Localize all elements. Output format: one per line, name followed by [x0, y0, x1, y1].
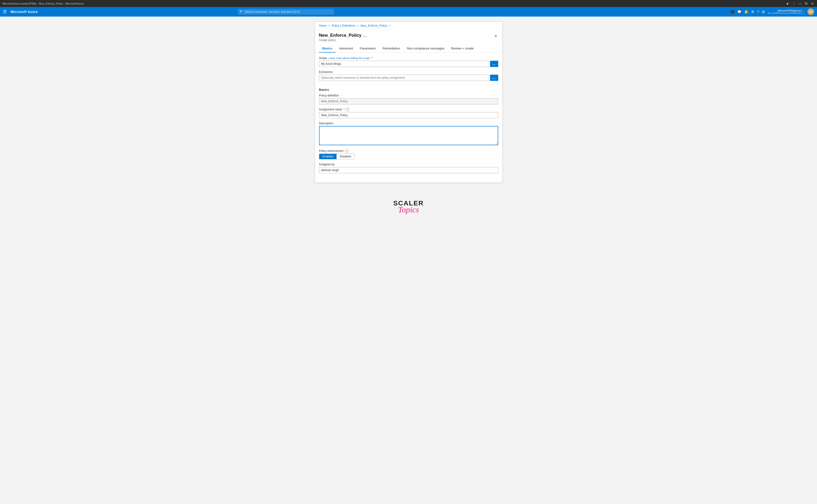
user-subscription: MY AZURE BLOGS (MYPERSONA...) [768, 12, 805, 14]
policy-enforcement-toggle: Enabled Disabled [319, 154, 355, 159]
breadcrumb-current[interactable]: New_Enforce_Policy [361, 24, 387, 27]
settings-icon[interactable]: ⚙ [751, 10, 754, 14]
policy-definition-input [319, 98, 498, 104]
browser-chrome: Microsoft Azure portal (PWA) - New_Enfor… [0, 0, 817, 7]
assignment-name-input[interactable] [319, 112, 498, 118]
exclusions-row: … [319, 75, 498, 81]
enforcement-disabled-btn[interactable]: Disabled [337, 154, 355, 159]
breadcrumb: Home > Policy | Definitions > New_Enforc… [315, 22, 502, 30]
browser-pin-btn[interactable]: ★ [785, 2, 790, 6]
policy-definition-label: Policy definition [319, 94, 498, 97]
tab-basics[interactable]: Basics [319, 45, 336, 53]
notifications-icon[interactable]: 🔔 [744, 10, 748, 14]
breadcrumb-sep-1: > [328, 24, 331, 27]
policy-enforcement-info-icon[interactable]: i [345, 149, 348, 153]
breadcrumb-sep-2: > [357, 24, 359, 27]
page-subtitle: Assign policy [319, 38, 367, 42]
scope-row: … [319, 61, 498, 67]
help-icon[interactable]: ? [757, 10, 759, 14]
enforcement-enabled-btn[interactable]: Enabled [319, 154, 337, 159]
tab-review-create[interactable]: Review + create [448, 45, 477, 53]
nav-user-info: abhinav41999@gmail.c... MY AZURE BLOGS (… [768, 9, 805, 14]
form-content: Scope Learn more about setting the scope… [315, 53, 502, 182]
assignment-name-required: * [344, 108, 345, 111]
page-title: New_Enforce_Policy ... [319, 33, 367, 38]
browser-title: Microsoft Azure portal (PWA) - New_Enfor… [2, 2, 84, 5]
tab-parameters[interactable]: Parameters [356, 45, 379, 53]
exclusions-label: Exclusions [319, 70, 498, 74]
scope-input[interactable] [319, 61, 489, 67]
browser-maximize-btn[interactable]: ⧉ [804, 1, 808, 6]
nav-icon-group: ⬛ 💬 🔔 ⚙ ? ⊞ abhinav41999@gmail.c... MY A… [730, 8, 814, 15]
assignment-name-info-icon[interactable]: i [346, 108, 349, 111]
scope-learn-more-link[interactable]: Learn more about setting the scope [329, 57, 370, 60]
search-input[interactable] [238, 9, 334, 15]
panel-close-btn[interactable]: ✕ [493, 33, 498, 39]
breadcrumb-home[interactable]: Home [319, 24, 327, 27]
tab-bar: Basics Advanced Parameters Remediation N… [315, 45, 502, 53]
page-title-area: New_Enforce_Policy ... Assign policy [319, 33, 367, 42]
avatar[interactable]: AS [807, 8, 814, 15]
page-header: New_Enforce_Policy ... Assign policy ✕ [315, 30, 502, 42]
azure-nav: ☰ Microsoft Azure 🔍 ⬛ 💬 🔔 ⚙ ? ⊞ abhinav4… [0, 7, 817, 17]
scope-field-group: Scope Learn more about setting the scope… [319, 56, 498, 67]
assigned-by-label: Assigned by [319, 163, 498, 166]
policy-enforcement-label: Policy enforcement i [319, 149, 498, 153]
directory-icon[interactable]: ⊞ [762, 10, 765, 14]
scope-label: Scope Learn more about setting the scope… [319, 56, 498, 60]
browser-close-btn[interactable]: ✕ [810, 2, 815, 6]
breadcrumb-sep-3: > [389, 24, 391, 27]
description-textarea[interactable] [319, 126, 498, 145]
assignment-name-field-group: Assignment name * i [319, 108, 498, 118]
scope-browse-button[interactable]: … [490, 61, 498, 67]
tab-non-compliance[interactable]: Non-compliance messages [403, 45, 448, 53]
hamburger-menu-icon[interactable]: ☰ [3, 9, 7, 14]
page-title-text: New_Enforce_Policy [319, 33, 362, 38]
browser-controls: ★ ⋮ — ⧉ ✕ [785, 1, 815, 6]
basics-section-label: Basics [319, 88, 498, 91]
policy-definition-field-group: Policy definition [319, 94, 498, 104]
title-options-btn[interactable]: ... [363, 33, 367, 38]
policy-enforcement-field-group: Policy enforcement i Enabled Disabled [319, 149, 498, 159]
assignment-name-label: Assignment name * i [319, 108, 498, 111]
scaler-logo: SCALER Topics [393, 199, 424, 214]
exclusions-input[interactable] [319, 75, 489, 81]
description-field-group: Description [319, 122, 498, 146]
exclusions-field-group: Exclusions … [319, 70, 498, 81]
global-search: 🔍 [238, 9, 334, 15]
tab-advanced[interactable]: Advanced [336, 45, 356, 53]
main-panel: Home > Policy | Definitions > New_Enforc… [315, 21, 502, 183]
exclusions-browse-button[interactable]: … [490, 75, 498, 81]
description-label: Description [319, 122, 498, 125]
assigned-by-input[interactable] [319, 167, 498, 173]
tab-remediation[interactable]: Remediation [379, 45, 403, 53]
breadcrumb-policy-definitions[interactable]: Policy | Definitions [332, 24, 355, 27]
feedback-icon[interactable]: 💬 [737, 10, 741, 14]
search-icon: 🔍 [240, 10, 243, 13]
assigned-by-field-group: Assigned by [319, 163, 498, 173]
watermark-area: SCALER Topics [0, 187, 817, 222]
browser-minimize-btn[interactable]: — [798, 2, 802, 6]
browser-menu-btn[interactable]: ⋮ [792, 2, 796, 6]
cloud-shell-icon[interactable]: ⬛ [730, 10, 734, 14]
scope-required-star: * [372, 56, 373, 60]
azure-brand: Microsoft Azure [11, 10, 38, 14]
user-email: abhinav41999@gmail.c... [777, 9, 805, 12]
